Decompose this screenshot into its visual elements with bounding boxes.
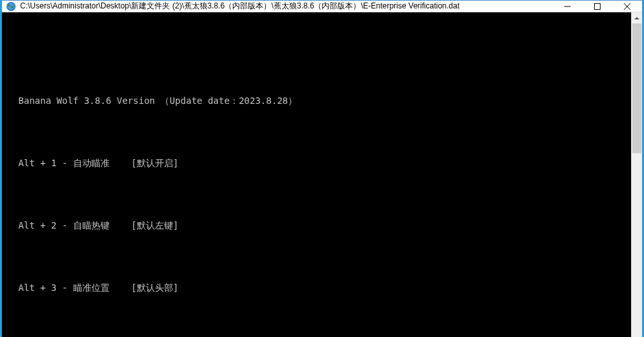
scrollbar-vertical[interactable] — [631, 12, 642, 337]
feature-row: Alt + 3 - 瞄准位置 [默认头部] — [2, 282, 631, 293]
console-output: Banana Wolf 3.8.6 Version （Update date：2… — [2, 12, 631, 337]
app-icon — [6, 1, 16, 12]
minimize-button[interactable] — [553, 1, 582, 12]
close-button[interactable] — [612, 1, 642, 12]
console-header: Banana Wolf 3.8.6 Version （Update date：2… — [2, 95, 631, 106]
maximize-button[interactable] — [582, 1, 612, 12]
scrollbar-thumb[interactable] — [632, 23, 641, 153]
content-wrap: Banana Wolf 3.8.6 Version （Update date：2… — [2, 12, 642, 337]
svg-rect-5 — [595, 3, 601, 9]
svg-marker-8 — [634, 17, 639, 19]
svg-point-3 — [11, 6, 14, 8]
window-controls — [553, 1, 642, 12]
app-window: C:\Users\Administrator\Desktop\新建文件夹 (2)… — [1, 0, 643, 336]
titlebar[interactable]: C:\Users\Administrator\Desktop\新建文件夹 (2)… — [2, 1, 642, 12]
feature-row: Alt + 1 - 自动瞄准 [默认开启] — [2, 158, 631, 168]
scroll-up-button[interactable] — [632, 12, 642, 23]
svg-point-2 — [8, 4, 10, 6]
window-title: C:\Users\Administrator\Desktop\新建文件夹 (2)… — [20, 1, 553, 12]
feature-row: Alt + 2 - 自瞄热键 [默认左键] — [2, 220, 631, 231]
